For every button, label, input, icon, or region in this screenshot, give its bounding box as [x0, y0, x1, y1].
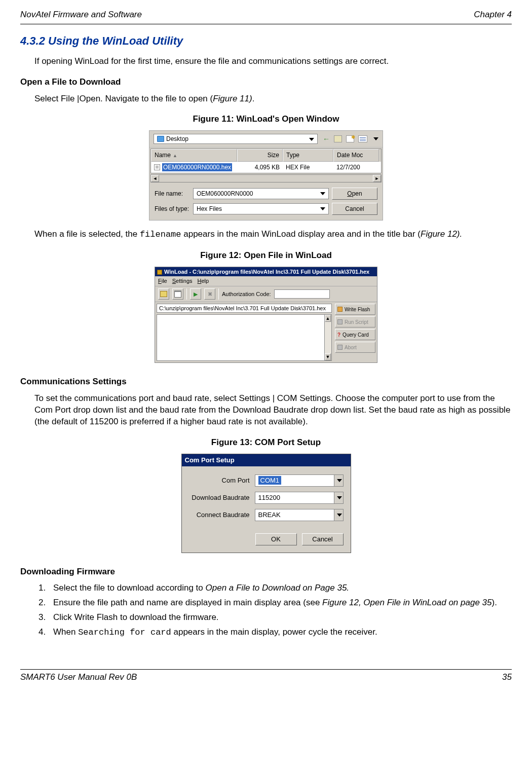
separator [186, 288, 187, 300]
sub-heading-open-file: Open a File to Download [20, 77, 512, 88]
ok-button[interactable]: OK [255, 533, 297, 545]
run-script-icon [337, 319, 343, 324]
back-icon[interactable]: ← [323, 134, 330, 144]
list-item: Ensure the file path and name are displa… [48, 597, 512, 609]
chevron-down-icon [334, 509, 343, 521]
query-icon: ? [337, 332, 340, 339]
file-list: Name▲ Size Type Date Moc OEM060000RN0000… [150, 149, 382, 173]
new-folder-icon[interactable] [346, 135, 354, 142]
chevron-down-icon [309, 138, 314, 141]
scroll-up-icon[interactable]: ▲ [325, 315, 331, 322]
file-type-cell: HEX File [286, 164, 310, 171]
list-item: Click Write Flash to download the firmwa… [48, 612, 512, 624]
file-name-cell: OEM060000RN0000.hex [162, 163, 232, 171]
lookin-bar: Desktop ← [149, 131, 383, 148]
file-size-cell: 4,095 KB [255, 164, 280, 171]
titlebar: WinLoad - C:\unzip\program files\NovAtel… [155, 267, 377, 277]
up-folder-icon[interactable] [334, 135, 342, 142]
menu-file[interactable]: File [158, 277, 167, 285]
filetype-label: Files of type: [155, 205, 190, 213]
print-icon[interactable] [172, 288, 183, 300]
file-date-cell: 12/7/200 [336, 164, 360, 171]
file-row[interactable]: OEM060000RN0000.hex 4,095 KB HEX File 12… [151, 162, 381, 173]
running-footer: SMART6 User Manual Rev 0B 35 [20, 672, 512, 683]
figure11-dialog: Desktop ← Name▲ Size Type Date Moc OEM06… [149, 130, 383, 220]
query-card-button[interactable]: ?Query Card [335, 329, 375, 340]
filetype-input[interactable]: Hex Files [193, 203, 329, 214]
vscrollbar[interactable]: ▲ ▼ [324, 315, 331, 360]
chevron-down-icon [320, 207, 325, 210]
lookin-value: Desktop [166, 135, 188, 143]
filename-label: File name: [155, 190, 190, 198]
comms-paragraph: To set the communications port and baud … [34, 393, 512, 428]
write-flash-icon [337, 307, 343, 312]
run-script-button[interactable]: Run Script [335, 316, 375, 327]
footer-left: SMART6 User Manual Rev 0B [20, 672, 137, 683]
filename-input[interactable]: OEM060000RN0000 [193, 188, 329, 199]
figure11-caption: Figure 11: WinLoad's Open Window [20, 114, 512, 125]
file-list-header[interactable]: Name▲ Size Type Date Moc [151, 149, 381, 161]
abort-button[interactable]: Abort [335, 342, 375, 353]
stop-icon[interactable]: ✖ [204, 288, 215, 300]
header-right: Chapter 4 [474, 9, 512, 21]
chevron-down-icon [320, 192, 325, 195]
hscrollbar[interactable]: ◄ ► [150, 174, 382, 182]
cancel-button[interactable]: Cancel [302, 533, 344, 545]
header-left: NovAtel Firmware and Software [20, 9, 142, 21]
scroll-left-icon[interactable]: ◄ [151, 175, 159, 182]
main-display-area: ▲ ▼ [157, 314, 332, 361]
scroll-right-icon[interactable]: ► [373, 175, 381, 182]
footer-right: 35 [502, 672, 512, 683]
abort-icon [337, 345, 343, 350]
col-date: Date Moc [337, 152, 363, 159]
figure12-window: WinLoad - C:\unzip\program files\NovAtel… [155, 267, 377, 363]
menubar[interactable]: File Settings Help [155, 276, 377, 286]
col-type: Type [286, 152, 299, 159]
side-buttons: Write Flash Run Script ?Query Card Abort [333, 302, 377, 362]
connect-baud-dropdown[interactable]: BREAK [255, 509, 344, 521]
menu-help[interactable]: Help [198, 277, 209, 285]
connect-baud-label: Connect Baudrate [189, 510, 255, 520]
comport-titlebar: Com Port Setup [182, 454, 351, 466]
view-menu-icon[interactable] [358, 135, 367, 142]
figure13-dialog: Com Port Setup Com Port COM1 Download Ba… [181, 454, 351, 553]
top-rule [20, 24, 512, 24]
comport-dropdown[interactable]: COM1 [255, 474, 344, 487]
auth-code-label: Authorization Code: [222, 290, 271, 298]
scroll-down-icon[interactable]: ▼ [325, 353, 331, 360]
comport-label: Com Port [189, 476, 255, 485]
intro-paragraph: If opening WinLoad for the first time, e… [34, 56, 512, 67]
open-file-paragraph: Select File |Open. Navigate to the file … [34, 93, 512, 105]
cancel-button[interactable]: Cancel [332, 203, 377, 215]
auth-code-input[interactable] [274, 289, 330, 299]
figure12-caption: Figure 12: Open File in WinLoad [20, 250, 512, 262]
download-baud-label: Download Baudrate [189, 493, 255, 502]
sort-ascending-icon: ▲ [173, 153, 177, 158]
figure13-caption: Figure 13: COM Port Setup [20, 437, 512, 449]
lookin-dropdown[interactable]: Desktop [154, 134, 318, 144]
download-steps: Select the file to download according to… [48, 582, 512, 639]
chevron-down-icon [334, 492, 343, 503]
write-flash-button[interactable]: Write Flash [335, 304, 375, 315]
running-header: NovAtel Firmware and Software Chapter 4 [20, 9, 512, 21]
app-icon [157, 270, 162, 275]
section-heading: 4.3.2 Using the WinLoad Utility [20, 33, 512, 49]
list-item: When Searching for card appears in the m… [48, 627, 512, 639]
play-icon[interactable]: ▶ [190, 288, 201, 300]
desktop-icon [157, 136, 164, 142]
menu-settings[interactable]: Settings [172, 277, 193, 285]
download-baud-dropdown[interactable]: 115200 [255, 492, 344, 504]
path-display: C:\unzip\program files\NovAtel Inc\3.701… [157, 304, 332, 313]
sub-heading-comms: Communications Settings [20, 376, 512, 388]
bottom-rule [20, 669, 512, 670]
separator [218, 288, 219, 300]
col-size: Size [268, 152, 279, 159]
chevron-down-icon[interactable] [373, 137, 378, 140]
open-button[interactable]: Open [332, 188, 377, 200]
file-icon [154, 164, 160, 170]
open-icon[interactable] [158, 288, 169, 300]
dialog-bottom: File name: OEM060000RN0000 Open Files of… [149, 184, 383, 220]
toolbar: ▶ ✖ Authorization Code: [155, 286, 377, 302]
sub-heading-download: Downloading Firmware [20, 566, 512, 578]
list-item: Select the file to download according to… [48, 582, 512, 594]
